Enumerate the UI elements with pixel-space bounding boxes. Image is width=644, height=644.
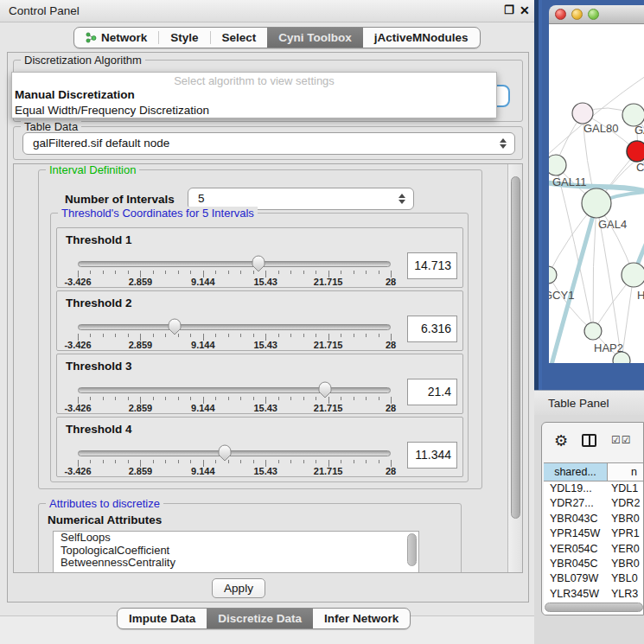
algorithm-placeholder-option[interactable]: Select algorithm to view settings [12, 73, 496, 87]
checkboxes-icon[interactable]: ☑☑ [611, 434, 632, 446]
network-node-gal11[interactable] [549, 155, 566, 175]
tab-select[interactable]: Select [211, 28, 268, 48]
table-data-group-title: Table Data [21, 120, 81, 133]
table-panel-titlebar: Table Panel [534, 390, 644, 415]
threshold-box-3: Threshold 3-3.4262.8599.14415.4321.71528… [56, 354, 463, 414]
table-horizontal-scrollbar[interactable] [545, 603, 643, 613]
cyni-toolbox-panel: Discretization Algorithm Table Data galF… [7, 52, 529, 603]
control-panel-title: Control Panel [9, 4, 80, 17]
network-icon [86, 32, 97, 43]
cell-name: YBR0 [608, 512, 644, 526]
network-node-gal80[interactable] [572, 103, 593, 124]
table-row[interactable]: YBR043CYBR0 [544, 512, 644, 526]
network-node-label: GAL11 [552, 175, 587, 188]
control-panel-window: Control Panel ❐ ✕ Network Style [0, 0, 534, 644]
algorithm-option-manual[interactable]: Manual Discretization [12, 87, 496, 103]
cell-shared-name: YLR345W [544, 587, 608, 602]
scrollbar-thumb[interactable] [511, 176, 520, 519]
tab-impute-data[interactable]: Impute Data [118, 609, 207, 628]
slider-thumb[interactable] [168, 318, 182, 335]
tab-cyni-toolbox[interactable]: Cyni Toolbox [267, 28, 363, 48]
network-canvas[interactable]: GAL80GACGAL11GAL4GCY1HHAP2 [549, 24, 644, 363]
table-row[interactable]: YDR27...YDR2 [544, 496, 644, 511]
gear-icon[interactable]: ⚙ [554, 431, 568, 450]
scrollbar-thumb[interactable] [545, 603, 643, 612]
tab-jactivemnodules[interactable]: jActiveMNodules [363, 28, 480, 48]
column-header-name[interactable]: n [608, 463, 644, 481]
network-edge[interactable] [556, 165, 593, 331]
apply-button[interactable]: Apply [212, 578, 265, 598]
slider-thumb[interactable] [218, 444, 232, 462]
screenshot-stage: Control Panel ❐ ✕ Network Style [0, 0, 644, 644]
slider-track[interactable] [78, 450, 391, 456]
cell-shared-name: YER054C [544, 542, 608, 557]
algorithm-option-equal-width[interactable]: Equal Width/Frequency Discretization [12, 103, 496, 118]
slider-tick-labels: -3.4262.8599.14415.4321.71528 [78, 403, 391, 412]
cell-name: YPR1 [608, 526, 644, 541]
network-node-c[interactable] [627, 141, 644, 162]
tab-style[interactable]: Style [159, 28, 209, 48]
table-row[interactable]: YDL19...YDL1 [544, 481, 644, 496]
threshold-value-field[interactable]: 21.4 [407, 379, 457, 405]
slider-track[interactable] [78, 324, 391, 330]
slider-track[interactable] [78, 387, 391, 393]
table-data-combobox[interactable]: galFiltered.sif default node [22, 132, 515, 155]
float-window-icon[interactable]: ❐ [504, 3, 514, 16]
numerical-attributes-listbox[interactable]: SelfLoopsTopologicalCoefficientBetweenne… [53, 531, 419, 573]
attribute-list-item[interactable]: TopologicalCoefficient [54, 545, 418, 558]
tab-infer-network[interactable]: Infer Network [313, 609, 410, 628]
combo-spinner-icon [500, 138, 507, 149]
list-scrollbar-thumb[interactable] [407, 533, 417, 566]
attribute-list-item[interactable]: SelfLoops [54, 532, 418, 545]
columns-icon[interactable] [582, 434, 596, 447]
slider-thumb[interactable] [318, 381, 332, 399]
numerical-attributes-label: Numerical Attributes [48, 513, 162, 526]
right-pane: GAL80GACGAL11GAL4GCY1HHAP2 Table Panel ⚙… [534, 0, 644, 644]
network-node-hap2[interactable] [584, 322, 602, 340]
tab-network[interactable]: Network [74, 28, 158, 48]
minimize-traffic-light[interactable] [571, 9, 583, 20]
network-window-titlebar [549, 5, 644, 24]
slider-thumb[interactable] [252, 255, 265, 272]
tab-discretize-data[interactable]: Discretize Data [207, 609, 313, 628]
slider-tick-labels: -3.4262.8599.14415.4321.71528 [78, 466, 391, 475]
threshold-label: Threshold 3 [66, 360, 132, 373]
network-node-label: GAL4 [598, 218, 627, 231]
slider-track[interactable] [78, 261, 391, 267]
threshold-box-4: Threshold 4-3.4262.8599.14415.4321.71528… [56, 417, 463, 477]
threshold-label: Threshold 4 [66, 423, 132, 436]
network-node-gal4[interactable] [582, 188, 611, 218]
threshold-value-field[interactable]: 11.344 [407, 442, 457, 469]
close-window-icon[interactable]: ✕ [520, 3, 530, 17]
table-rows: YDL19...YDL1YDR27...YDR2YBR043CYBR0YPR14… [544, 481, 644, 615]
settings-vertical-scrollbar[interactable] [507, 164, 522, 572]
cell-name: YER0 [608, 542, 644, 557]
network-view-window: GAL80GACGAL11GAL4GCY1HHAP2 [534, 0, 644, 390]
zoom-traffic-light[interactable] [588, 9, 599, 20]
close-traffic-light[interactable] [555, 9, 566, 20]
threshold-coordinates-group-title: Threshold's Coordinates for 5 Intervals [58, 207, 258, 220]
attribute-list-item[interactable]: BetweennessCentrality [54, 557, 418, 570]
threshold-value-field[interactable]: 6.316 [407, 316, 457, 342]
control-panel-titlebar: Control Panel ❐ ✕ [0, 0, 534, 22]
table-row[interactable]: YBL079WYBL0 [544, 571, 644, 586]
interval-definition-group: Interval Definition Number of Intervals … [38, 169, 482, 489]
network-node-label: GAL80 [583, 122, 618, 135]
table-row[interactable]: YLR345WYLR3 [544, 587, 644, 602]
network-node-h[interactable] [622, 263, 644, 287]
number-of-intervals-value: 5 [198, 192, 205, 205]
settings-scrollpane: Interval Definition Number of Intervals … [13, 163, 523, 573]
network-node-gcy1[interactable] [549, 266, 557, 284]
threshold-value-field[interactable]: 14.713 [407, 252, 457, 279]
column-header-shared-name[interactable]: shared... [544, 463, 608, 481]
table-row[interactable]: YER054CYER0 [544, 542, 644, 557]
network-edge[interactable] [549, 275, 593, 331]
interval-definition-group-title: Interval Definition [46, 163, 139, 176]
threshold-label: Threshold 2 [66, 296, 132, 309]
combo-spinner-icon [399, 194, 405, 204]
table-row[interactable]: YPR145WYPR1 [544, 526, 644, 541]
cell-shared-name: YDL19... [544, 481, 608, 496]
table-toolbar: ⚙ ☑☑ [542, 423, 644, 462]
node-table-window: ⚙ ☑☑ shared... n YDL19...YDL1YDR27...YDR… [541, 422, 644, 615]
table-row[interactable]: YBR045CYBR0 [544, 557, 644, 571]
